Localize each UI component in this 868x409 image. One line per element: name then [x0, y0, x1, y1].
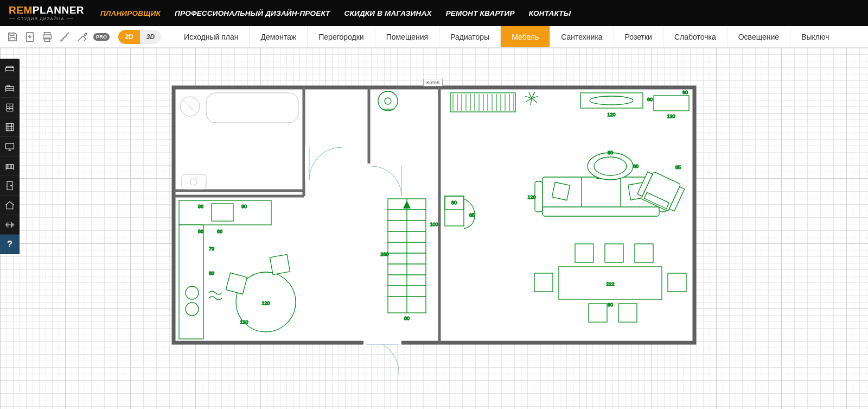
svg-text:120: 120 [261, 300, 270, 306]
cat-crib[interactable] [0, 156, 20, 176]
plan-toolbar: PRO 2D 3D Исходный план Демонтаж Перегор… [0, 26, 868, 48]
view-2d[interactable]: 2D [118, 30, 139, 44]
svg-text:60: 60 [682, 90, 688, 95]
pro-badge[interactable]: PRO [93, 33, 110, 41]
tab-plumbing[interactable]: Сантехника [550, 26, 613, 47]
svg-point-13 [11, 185, 12, 186]
svg-text:65: 65 [469, 212, 475, 218]
brand-tagline: СТУДИЯ ДИЗАЙНА [9, 16, 84, 21]
cat-sofa[interactable] [0, 59, 20, 78]
svg-text:80: 80 [404, 316, 410, 321]
nav-contacts[interactable]: КОНТАКТЫ [529, 9, 571, 17]
svg-text:80: 80 [608, 302, 613, 307]
save-icon[interactable] [7, 31, 18, 43]
tab-source[interactable]: Исходный план [173, 26, 249, 47]
cat-help[interactable]: ? [0, 235, 20, 254]
brand-name: REMPLANNER [9, 5, 84, 15]
svg-text:90: 90 [198, 204, 203, 209]
furniture-category-strip: ? [0, 59, 20, 254]
svg-text:80: 80 [633, 163, 639, 169]
svg-text:60: 60 [209, 270, 214, 276]
svg-rect-5 [44, 37, 49, 41]
view-3d[interactable]: 3D [140, 30, 161, 44]
svg-rect-81 [605, 244, 623, 262]
svg-rect-9 [6, 123, 13, 130]
svg-text:120: 120 [240, 319, 248, 325]
nav-pro-design[interactable]: ПРОФЕССИОНАЛЬНЫЙ ДИЗАЙН-ПРОЕКТ [175, 9, 330, 17]
cat-tv[interactable] [0, 137, 20, 156]
svg-text:100: 100 [430, 222, 438, 227]
svg-rect-1 [10, 37, 15, 40]
nav-discounts[interactable]: СКИДКИ В МАГАЗИНАХ [344, 9, 432, 17]
svg-rect-80 [575, 244, 593, 262]
svg-rect-55 [654, 96, 689, 111]
svg-rect-23 [366, 163, 372, 193]
tab-lowvolt[interactable]: Слаботочка [663, 26, 727, 47]
tab-demolition[interactable]: Демонтаж [249, 26, 307, 47]
nav-renovation[interactable]: РЕМОНТ КВАРТИР [446, 9, 515, 17]
svg-text:260: 260 [380, 251, 388, 257]
tab-switches[interactable]: Выключ [790, 26, 840, 47]
svg-text:85: 85 [675, 165, 681, 170]
boiler-label: Котел [423, 79, 443, 86]
plan-layer-tabs: Исходный план Демонтаж Перегородки Помещ… [173, 26, 868, 47]
measure-icon[interactable] [59, 31, 71, 43]
svg-rect-21 [363, 339, 401, 346]
cat-shelf[interactable] [0, 117, 20, 137]
tab-furniture[interactable]: Мебель [500, 26, 550, 47]
svg-rect-82 [635, 244, 653, 262]
primary-nav: ПЛАНИРОВЩИК ПРОФЕССИОНАЛЬНЫЙ ДИЗАЙН-ПРОЕ… [100, 9, 571, 17]
svg-rect-79 [668, 273, 686, 292]
tab-radiators[interactable]: Радиаторы [439, 26, 500, 47]
floor-plan[interactable]: Котел .wall{fill:#fff;stroke:#6b6b6b;str… [168, 82, 700, 375]
export-icon[interactable] [24, 31, 36, 43]
svg-rect-0 [10, 33, 14, 35]
svg-rect-84 [618, 304, 637, 322]
cat-house[interactable] [0, 196, 20, 215]
svg-text:70: 70 [209, 246, 214, 251]
svg-text:60: 60 [647, 97, 653, 102]
plan-canvas[interactable]: Котел .wall{fill:#fff;stroke:#6b6b6b;str… [0, 48, 868, 409]
svg-text:120: 120 [667, 114, 675, 119]
svg-rect-83 [589, 304, 607, 322]
tools-icon[interactable] [76, 31, 88, 43]
svg-text:90: 90 [241, 204, 247, 209]
tab-sockets[interactable]: Розетки [614, 26, 663, 47]
cat-bed[interactable] [0, 78, 20, 98]
svg-text:80: 80 [608, 150, 613, 155]
svg-rect-6 [6, 67, 14, 71]
cat-dresser[interactable] [0, 98, 20, 117]
nav-planner[interactable]: ПЛАНИРОВЩИК [100, 9, 161, 17]
cat-door[interactable] [0, 176, 20, 196]
tab-partitions[interactable]: Перегородки [307, 26, 374, 47]
svg-rect-78 [534, 273, 553, 292]
main-header: REMPLANNER СТУДИЯ ДИЗАЙНА ПЛАНИРОВЩИК ПР… [0, 0, 868, 26]
tab-rooms[interactable]: Помещения [375, 26, 439, 47]
svg-rect-35 [450, 93, 515, 112]
tab-lighting[interactable]: Освещение [727, 26, 790, 47]
svg-text:60: 60 [451, 200, 457, 205]
svg-text:120: 120 [607, 112, 615, 117]
print-icon[interactable] [41, 31, 53, 43]
svg-rect-112 [270, 254, 290, 274]
svg-text:120: 120 [527, 194, 535, 200]
svg-rect-106 [179, 225, 203, 339]
svg-text:222: 222 [606, 281, 614, 287]
svg-text:60: 60 [217, 229, 222, 234]
tool-icon-group: PRO 2D 3D [0, 26, 168, 47]
brand-logo[interactable]: REMPLANNER СТУДИЯ ДИЗАЙНА [9, 5, 84, 21]
svg-rect-10 [6, 143, 14, 149]
svg-point-32 [378, 91, 398, 111]
svg-text:60: 60 [198, 229, 203, 234]
svg-rect-59 [535, 181, 542, 212]
view-mode-toggle: 2D 3D [118, 30, 161, 44]
cat-gym[interactable] [0, 215, 20, 235]
